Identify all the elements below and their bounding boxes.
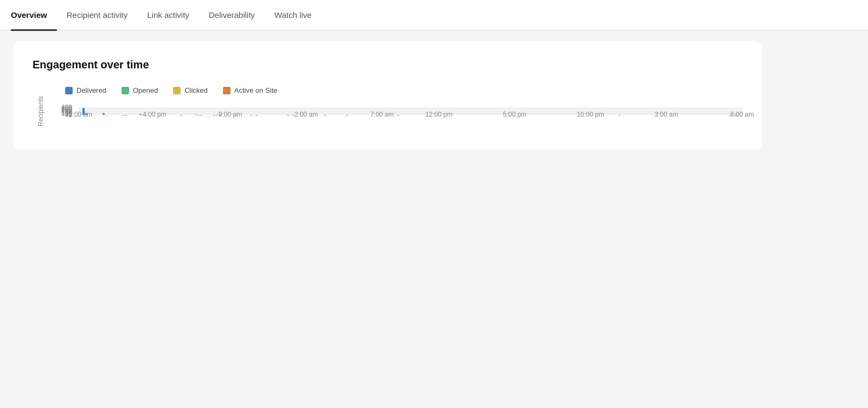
x-axis-label: 5:00 pm: [503, 111, 526, 118]
legend-clicked: Clicked: [173, 86, 208, 94]
chart-title: Engagement over time: [33, 59, 742, 71]
tab-watch-live[interactable]: Watch live: [265, 1, 322, 31]
clicked-color-swatch: [173, 87, 181, 94]
tab-link-activity[interactable]: Link activity: [137, 1, 199, 31]
x-axis-label: 10:00 pm: [577, 111, 604, 118]
delivered-color-swatch: [65, 87, 73, 94]
x-axis-label: 11:00 am: [65, 111, 92, 118]
chart-card: Engagement over time Delivered Opened Cl…: [13, 41, 762, 150]
x-axis-label: 9:00 pm: [219, 111, 242, 118]
legend-opened: Opened: [122, 86, 158, 94]
x-axis-label: 2:00 am: [295, 111, 318, 118]
tab-bar: Overview Recipient activity Link activit…: [0, 0, 868, 30]
content-area: Engagement over time Delivered Opened Cl…: [0, 30, 868, 161]
chart-inner: Recipients 0 50 100 150 200 250 300 350 …: [33, 107, 742, 130]
chart-container: Recipients 0 50 100 150 200 250 300 350 …: [33, 107, 742, 130]
opened-color-swatch: [122, 87, 129, 94]
y-axis-title: Recipients: [37, 96, 44, 126]
tab-deliverability[interactable]: Deliverability: [199, 1, 265, 31]
chart-plot-area: 11:00 am4:00 pm9:00 pm2:00 am7:00 am12:0…: [79, 107, 742, 130]
x-axis-label: 4:00 pm: [143, 111, 166, 118]
x-axis-label: 12:00 pm: [425, 111, 452, 118]
legend: Delivered Opened Clicked Active on Site: [65, 86, 742, 94]
tab-recipient-activity[interactable]: Recipient activity: [57, 1, 138, 31]
x-axis-label: 3:00 am: [655, 111, 678, 118]
legend-delivered: Delivered: [65, 86, 106, 94]
legend-active-on-site: Active on Site: [223, 86, 278, 94]
x-axis-label: 8:00 am: [730, 111, 754, 118]
tab-overview[interactable]: Overview: [11, 1, 57, 31]
x-labels: 11:00 am4:00 pm9:00 pm2:00 am7:00 am12:0…: [79, 111, 742, 123]
active-on-site-color-swatch: [223, 87, 231, 94]
x-axis-label: 7:00 am: [370, 111, 393, 118]
